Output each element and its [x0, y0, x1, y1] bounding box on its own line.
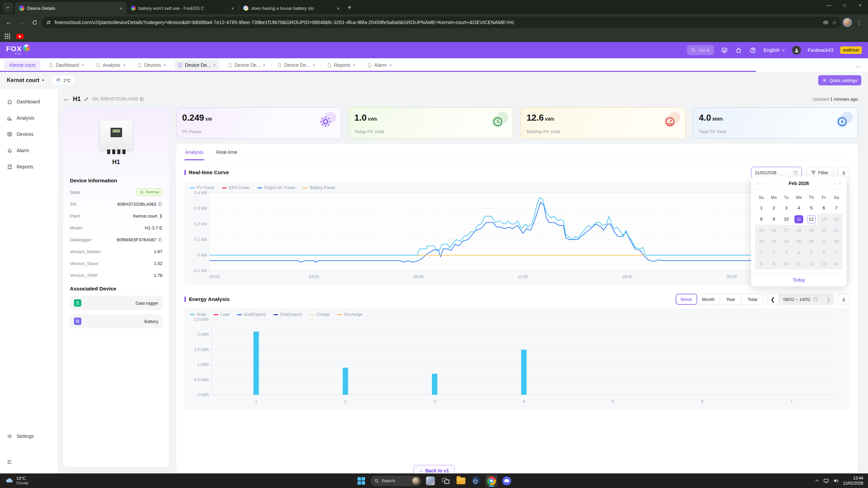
legend-item[interactable]: Discharge	[337, 312, 362, 317]
sidebar-item-devices[interactable]: Devices	[0, 126, 58, 142]
calendar-day[interactable]: 1	[755, 202, 768, 214]
calendar-day[interactable]: 5	[805, 247, 817, 258]
plant-selector[interactable]: Kernot court ▼	[7, 77, 45, 83]
calendar-day[interactable]: 23	[768, 236, 780, 247]
calendar-day[interactable]: 22	[755, 236, 768, 247]
legend-item[interactable]: Grid(Export)	[237, 312, 266, 317]
legend-item[interactable]: Grid(Import)	[273, 312, 302, 317]
plant-pill-tab[interactable]: Kernot court	[4, 60, 41, 70]
sidebar-item-reports[interactable]: Reports	[0, 159, 58, 175]
tab-close-icon[interactable]: ×	[163, 62, 166, 68]
apps-grid-icon[interactable]	[5, 34, 10, 39]
calendar-day[interactable]: 3	[780, 247, 793, 258]
calendar-day[interactable]: 8	[755, 214, 768, 225]
copy-icon[interactable]	[158, 202, 162, 206]
tab-alarm[interactable]: Alarm×	[364, 60, 395, 70]
browser-menu-icon[interactable]: ⋮	[854, 17, 865, 28]
tab-overflow-icon[interactable]: …	[855, 62, 864, 69]
calendar-day[interactable]: 9	[768, 214, 780, 225]
period-month-button[interactable]: Month	[697, 294, 720, 305]
prev-month-button[interactable]: ‹	[761, 181, 765, 186]
sidebar-item-settings[interactable]: Settings	[0, 428, 58, 444]
legend-item[interactable]: Charge	[310, 312, 330, 317]
copy-icon[interactable]	[158, 238, 162, 242]
taskbar-search[interactable]: Search	[371, 476, 421, 486]
calendar-day[interactable]: 18	[793, 225, 805, 236]
browser-tab-battery-self-use[interactable]: battery won't self use - FoxESS C ×	[127, 2, 239, 14]
tab-reports[interactable]: Reports×	[324, 60, 359, 70]
period-week-button[interactable]: Week	[676, 294, 697, 305]
tab-close-icon[interactable]: ×	[263, 62, 265, 68]
sidebar-item-alarm[interactable]: Alarm	[0, 142, 58, 159]
download-button[interactable]	[837, 293, 850, 305]
calendar-day[interactable]: 4	[793, 247, 805, 258]
back-arrow-icon[interactable]: ←	[63, 95, 70, 103]
prev-year-button[interactable]: «	[755, 181, 761, 186]
copy-icon[interactable]	[140, 97, 144, 101]
tab-close-icon[interactable]: ×	[389, 62, 392, 68]
calendar-day[interactable]: 27	[817, 236, 830, 247]
calendar-day[interactable]: 20	[817, 225, 830, 236]
help-icon[interactable]	[749, 46, 757, 54]
info-row-plant[interactable]: Plant: Kernot court❯	[70, 210, 162, 222]
calendar-day[interactable]: 25	[793, 236, 805, 247]
calendar-day[interactable]: 13	[817, 258, 830, 269]
volume-icon[interactable]	[833, 478, 839, 484]
tab-close-icon[interactable]: ×	[123, 62, 125, 68]
global-search[interactable]: Ctrl K	[687, 45, 714, 55]
tab-close-icon[interactable]: ×	[118, 5, 123, 11]
window-minimize-button[interactable]: —	[821, 0, 837, 10]
calendar-day[interactable]: 6	[817, 247, 830, 258]
youtube-bookmark-icon[interactable]	[16, 34, 24, 39]
edit-pencil-icon[interactable]	[84, 97, 89, 101]
calendar-day[interactable]: 5	[805, 202, 817, 214]
window-close-button[interactable]: ×	[852, 0, 868, 10]
tab-dashboard[interactable]: Dashboard×	[45, 60, 87, 70]
calendar-day[interactable]: 19	[805, 225, 817, 236]
new-tab-button[interactable]: +	[348, 4, 352, 12]
tab-search-button[interactable]	[3, 2, 13, 13]
range-prev-button[interactable]: ❮	[767, 293, 778, 305]
foxess-logo[interactable]: FOX ESS	[6, 45, 30, 55]
period-year-button[interactable]: Year	[720, 294, 742, 305]
sidebar-collapse-icon[interactable]	[7, 459, 12, 465]
calendar-day[interactable]: 7	[830, 202, 843, 214]
tab-close-icon[interactable]: ×	[336, 5, 341, 11]
tab-close-icon[interactable]: ×	[353, 62, 356, 68]
browser-tab-device-details[interactable]: Device Details ×	[15, 2, 127, 14]
password-eye-icon[interactable]	[823, 20, 829, 25]
energy-bar-chart[interactable]: 2.5 kWh2 kWh1.5 kWh1 kWh0.5 kWh0 kWh1234…	[190, 317, 841, 406]
tab-analysis-view[interactable]: Analysis	[184, 148, 204, 160]
calendar-day[interactable]: 14	[830, 258, 843, 269]
calendar-year[interactable]: 2026	[798, 181, 809, 186]
sidebar-item-analysis[interactable]: Analysis	[0, 110, 58, 126]
legend-item[interactable]: Solar	[190, 312, 206, 317]
reload-button[interactable]	[29, 17, 40, 28]
realtime-line-chart[interactable]: 0.4 kW0.3 kW0.2 kW0.1 kW0 kW-0.1 kW00:00…	[190, 190, 841, 281]
range-next-button-disabled[interactable]: ❯	[823, 293, 834, 305]
tab-device-details-3[interactable]: Device De...×	[274, 60, 318, 70]
calendar-day[interactable]: 14	[830, 214, 843, 225]
quick-settings-button[interactable]: Quick settings	[818, 75, 861, 85]
user-avatar[interactable]	[792, 46, 801, 55]
calendar-day[interactable]: 4	[793, 202, 805, 214]
browser-profile-avatar[interactable]	[843, 18, 852, 27]
date-range-value[interactable]: 08/02 ~ 14/02	[778, 297, 823, 302]
period-total-button[interactable]: Total	[742, 294, 763, 305]
tab-device-details-2[interactable]: Device De...×	[224, 60, 269, 70]
legend-item[interactable]: Output AC Power	[257, 185, 296, 190]
widgets-button[interactable]	[425, 475, 437, 487]
calendar-day[interactable]: 12	[805, 258, 817, 269]
calendar-day[interactable]: 13	[817, 214, 830, 225]
tab-device-details-active[interactable]: Device De...×	[175, 60, 219, 70]
legend-item[interactable]: Battery Power	[303, 185, 335, 190]
calendar-day[interactable]: 6	[817, 202, 830, 214]
calendar-day[interactable]: 9	[768, 258, 780, 269]
calendar-day[interactable]: 1	[755, 247, 768, 258]
associated-battery[interactable]: Battery	[70, 314, 162, 328]
next-year-button[interactable]: »	[837, 181, 843, 186]
forward-button[interactable]: →	[16, 17, 27, 28]
tab-analysis[interactable]: Analysis×	[93, 60, 129, 70]
sidebar-item-dashboard[interactable]: Dashboard	[0, 94, 58, 110]
legend-item[interactable]: Load	[214, 312, 230, 317]
